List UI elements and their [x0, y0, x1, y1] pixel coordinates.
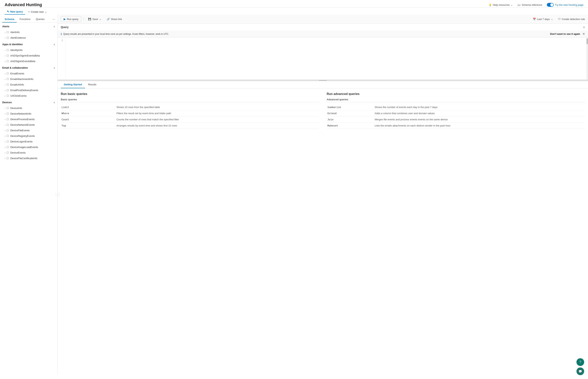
try-new-toggle[interactable]: Try the new Hunting page: [547, 3, 583, 7]
alerts-items: › ☐ AlertInfo ⋮ › ☐ AlertEvidence ⋮: [0, 29, 57, 41]
help-icon-button[interactable]: ?: [576, 358, 584, 366]
plus-icon: +: [28, 10, 30, 13]
schema-item-emailattachment[interactable]: › ☐ EmailAttachmentInfo ⋮: [0, 76, 57, 82]
tab-results[interactable]: Results: [85, 81, 99, 88]
tab-queries[interactable]: Queries: [33, 16, 47, 22]
table-icon: ☐: [7, 36, 9, 39]
main-layout: Schema Functions Queries ··· Alerts ∧ › …: [0, 15, 588, 374]
run-query-button[interactable]: ▶ Run query: [61, 16, 81, 22]
expand-icon: ›: [5, 157, 5, 159]
schema-item-deviceinfo[interactable]: › ☐ DeviceInfo ⋮: [0, 105, 57, 111]
tab-functions[interactable]: Functions: [17, 16, 33, 22]
section-apps-identities-header[interactable]: Apps & identities ∧: [0, 41, 57, 47]
table-row: Extend Adds a column that combines user …: [327, 110, 585, 116]
expand-icon: ›: [5, 141, 5, 143]
schema-item-alertinfo[interactable]: › ☐ AlertInfo ⋮: [0, 29, 57, 35]
table-row: Count Counts the number of rows that mat…: [61, 116, 319, 123]
schema-item-aadsignin[interactable]: › ☐ AADSignInEventsBeta ⋮: [0, 58, 57, 64]
query-section: Query ∧ ℹ Query results are presented in…: [58, 24, 588, 80]
results-section: Getting Started Results Run basic querie…: [58, 81, 588, 374]
tab-getting-started[interactable]: Getting Started: [61, 81, 85, 88]
sidebar-collapse-button[interactable]: ‹: [55, 192, 60, 197]
help-resources-button[interactable]: 💡 Help resources ⌄: [489, 3, 513, 6]
table-row: Makeset Lists the emails attachments on …: [327, 123, 585, 129]
table-icon: ☐: [7, 118, 9, 121]
sidebar-more-button[interactable]: ···: [52, 17, 55, 21]
tab-schema[interactable]: Schema: [2, 16, 16, 22]
toggle-switch[interactable]: [547, 3, 554, 7]
description-cell: Merges file events and process events ev…: [374, 116, 585, 123]
schema-item-urlclickevents[interactable]: › ☐ UrlClickEvents ⋮: [0, 93, 57, 99]
query-toolbar-right: 📅 Last 7 days ⌄ 🛡 Create detection rule: [531, 16, 585, 22]
schema-reference-button[interactable]: 📖 Schema reference: [517, 3, 542, 6]
section-apps-identities: Apps & identities ∧ › ☐ IdentityInfo ⋮ ›…: [0, 41, 57, 64]
schema-item-aadspnsignin[interactable]: › ☐ AADSpnSignInEventsBeta ⋮: [0, 53, 57, 58]
keyword-cell: Makeset: [327, 123, 374, 129]
schema-item-emailurlinfo[interactable]: › ☐ EmailUrlInfo ⋮: [0, 82, 57, 87]
schema-item-alertevidence[interactable]: › ☐ AlertEvidence ⋮: [0, 35, 57, 41]
expand-icon: ›: [5, 95, 5, 97]
table-icon: ☐: [7, 60, 9, 63]
expand-icon: ›: [5, 118, 5, 121]
table-row: Top Arranges results by event time and s…: [61, 123, 319, 129]
close-icon[interactable]: ✕: [582, 32, 585, 36]
expand-icon: ›: [5, 84, 5, 86]
basic-queries-title: Run basic queries: [61, 92, 319, 96]
apps-identities-items: › ☐ IdentityInfo ⋮ › ☐ AADSpnSignInEvent…: [0, 47, 57, 64]
editor-scrollbar[interactable]: [587, 37, 588, 79]
expand-icon: ›: [5, 152, 5, 154]
schema-item-emailpostdelivery[interactable]: › ☐ EmailPostDeliveryEvents ⋮: [0, 87, 57, 93]
table-icon: ☐: [7, 146, 9, 149]
schema-item-emailevents[interactable]: › ☐ EmailEvents ⋮: [0, 71, 57, 76]
schema-item-deviceregistryevents[interactable]: › ☐ DeviceRegistryEvents ⋮: [0, 133, 57, 139]
schema-item-deviceprocessevents[interactable]: › ☐ DeviceProcessEvents ⋮: [0, 116, 57, 122]
schema-item-deviceimageloadevents[interactable]: › ☐ DeviceImageLoadEvents ⋮: [0, 144, 57, 150]
section-alerts-header[interactable]: Alerts ∧: [0, 23, 57, 29]
table-icon: ☐: [7, 49, 9, 51]
sidebar-tabs: Schema Functions Queries ···: [0, 15, 57, 23]
table-icon: ☐: [7, 151, 9, 154]
query-toolbar: ▶ Run query 💾 Save ⌄ 🔗 Share link 📅 Last: [58, 15, 588, 24]
alerts-chevron-icon: ∧: [53, 25, 55, 28]
save-button[interactable]: 💾 Save ⌄: [86, 16, 103, 22]
create-detection-button[interactable]: 🛡 Create detection rule: [558, 18, 585, 21]
expand-icon: ›: [5, 72, 5, 75]
chevron-down-icon: ⌄: [99, 18, 101, 21]
devices-chevron-icon: ∧: [53, 101, 55, 104]
code-input[interactable]: [65, 37, 587, 79]
schema-item-devicefilecertificateinfo[interactable]: › ☐ DeviceFileCertificateInfo ⋮: [0, 156, 57, 161]
basic-queries-subtitle: Basic queries: [61, 98, 319, 102]
schema-item-devicenetworkinfo[interactable]: › ☐ DeviceNetworkInfo ⋮: [0, 111, 57, 116]
table-icon: ☐: [7, 31, 9, 34]
info-banner: ℹ Query results are presented in your lo…: [58, 31, 588, 37]
expand-icon: ›: [5, 37, 5, 39]
query-collapse-button[interactable]: ∧: [583, 26, 585, 29]
schema-item-devicelogonevents[interactable]: › ☐ DeviceLogonEvents ⋮: [0, 139, 57, 144]
table-icon: ☐: [7, 129, 9, 132]
create-new-button[interactable]: + Create new ⌄: [26, 9, 49, 15]
schema-item-identityinfo[interactable]: › ☐ IdentityInfo ⋮: [0, 47, 57, 53]
expand-icon: ›: [5, 113, 5, 115]
section-devices-header[interactable]: Devices ∧: [0, 99, 57, 105]
table-icon: ☐: [7, 78, 9, 80]
main-toolbar: ✎ New query + Create new ⌄: [0, 7, 588, 15]
dismiss-button[interactable]: Don't want to see it again: [550, 32, 580, 35]
lightbulb-icon: 💡: [489, 3, 492, 6]
apps-identities-chevron-icon: ∧: [53, 43, 55, 46]
chat-icon-button[interactable]: 💬: [576, 367, 584, 375]
section-email-collaboration-header[interactable]: Email & collaboration ∧: [0, 64, 57, 71]
table-icon: ☐: [7, 89, 9, 92]
expand-icon: ›: [5, 49, 5, 51]
schema-item-devicefileevents[interactable]: › ☐ DeviceFileEvents ⋮: [0, 128, 57, 133]
schema-item-devicenetworkevents[interactable]: › ☐ DeviceNetworkEvents ⋮: [0, 122, 57, 128]
expand-icon: ›: [5, 107, 5, 109]
table-icon: ☐: [7, 83, 9, 86]
last-days-selector[interactable]: 📅 Last 7 days ⌄: [531, 16, 555, 22]
table-icon: ☐: [7, 135, 9, 137]
sidebar: Schema Functions Queries ··· Alerts ∧ › …: [0, 15, 58, 374]
schema-item-deviceevents[interactable]: › ☐ DeviceEvents ⋮: [0, 150, 57, 156]
table-icon: ☐: [7, 157, 9, 160]
expand-icon: ›: [5, 129, 5, 132]
share-link-button[interactable]: 🔗 Share link: [105, 16, 124, 22]
new-query-button[interactable]: ✎ New query: [5, 9, 25, 15]
